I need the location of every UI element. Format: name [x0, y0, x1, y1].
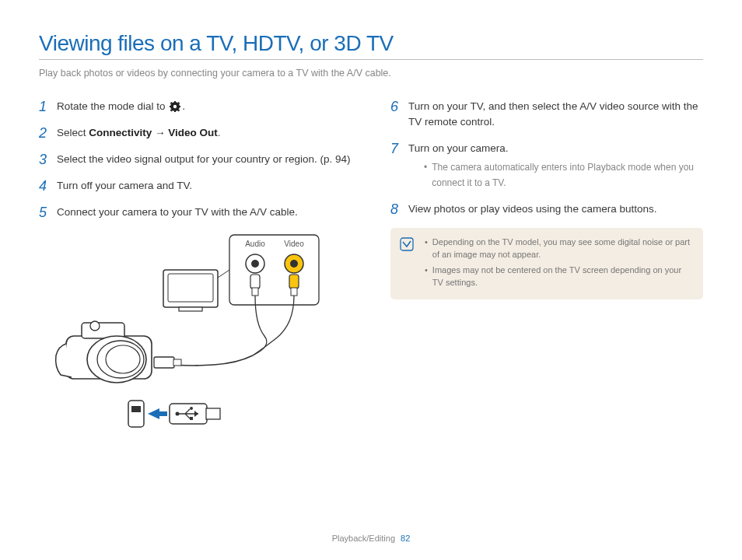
step-number: 8 [390, 201, 401, 217]
svg-point-36 [190, 407, 193, 410]
note-bullet: Images may not be centered on the TV scr… [425, 264, 692, 289]
svg-rect-15 [250, 275, 260, 289]
svg-rect-10 [229, 235, 319, 305]
step-1: 1 Rotate the mode dial to . [39, 99, 352, 114]
step-number: 7 [390, 141, 401, 191]
step-7: 7 Turn on your camera. The camera automa… [390, 141, 703, 191]
video-label: Video [284, 240, 304, 248]
step-2: 2 Select Connectivity → Video Out. [39, 125, 352, 141]
note-icon [400, 237, 414, 254]
svg-rect-31 [131, 406, 141, 412]
gear-icon [170, 101, 180, 112]
title-divider [39, 59, 703, 60]
svg-rect-21 [179, 307, 202, 311]
step-text: Rotate the mode dial to . [57, 99, 185, 114]
step-text: Turn off your camera and TV. [57, 178, 192, 194]
svg-point-1 [173, 105, 177, 108]
svg-point-14 [290, 260, 298, 268]
step-text: Connect your camera to your TV with the … [57, 205, 298, 220]
right-column: 6 Turn on your TV, and then select the A… [390, 99, 703, 433]
step-number: 6 [390, 99, 401, 130]
svg-marker-32 [148, 408, 167, 419]
page-number: 82 [401, 534, 410, 543]
step-text: Turn on your camera. The camera automati… [408, 141, 703, 191]
svg-rect-16 [252, 288, 258, 296]
svg-rect-29 [173, 359, 181, 366]
step-5: 5 Connect your camera to your TV with th… [39, 205, 352, 220]
svg-point-27 [106, 345, 140, 373]
camera-icon [56, 321, 152, 383]
step-4: 4 Turn off your camera and TV. [39, 178, 352, 194]
step-number: 3 [39, 152, 50, 167]
svg-rect-4 [170, 106, 172, 107]
step-text: View photos or play videos using the cam… [408, 201, 656, 217]
svg-rect-34 [206, 408, 220, 419]
step-number: 1 [39, 99, 50, 114]
page-title: Viewing files on a TV, HDTV, or 3D TV [39, 31, 703, 56]
svg-rect-18 [291, 288, 297, 296]
svg-rect-30 [128, 401, 144, 427]
svg-point-24 [90, 321, 100, 331]
step-8: 8 View photos or play videos using the c… [390, 201, 703, 217]
step-number: 2 [39, 125, 50, 141]
svg-rect-37 [190, 417, 193, 420]
step-text: Select Connectivity → Video Out. [57, 125, 221, 141]
step-number: 4 [39, 178, 50, 194]
left-column: 1 Rotate the mode dial to . 2 Select Con… [39, 99, 352, 433]
step-6: 6 Turn on your TV, and then select the A… [390, 99, 703, 130]
note-content: Depending on the TV model, you may see s… [425, 236, 692, 292]
two-column-layout: 1 Rotate the mode dial to . 2 Select Con… [39, 99, 703, 433]
svg-rect-3 [174, 110, 176, 113]
connection-diagram: Audio Video [39, 231, 334, 433]
step-3: 3 Select the video signal output for you… [39, 152, 352, 167]
step-text: Select the video signal output for your … [57, 152, 350, 167]
svg-rect-39 [401, 238, 413, 250]
page-footer: Playback/Editing 82 [0, 534, 742, 543]
subtitle: Play back photos or videos by connecting… [39, 68, 703, 79]
step-text: Turn on your TV, and then select the A/V… [408, 99, 703, 130]
svg-rect-28 [154, 357, 174, 368]
svg-rect-5 [179, 106, 181, 107]
note-box: Depending on the TV model, you may see s… [390, 228, 703, 299]
note-bullet: Depending on the TV model, you may see s… [425, 236, 692, 261]
step-number: 5 [39, 205, 50, 220]
usb-connector-icon [128, 401, 220, 427]
audio-label: Audio [245, 240, 265, 248]
svg-rect-20 [168, 274, 213, 302]
svg-point-12 [251, 260, 259, 268]
footer-section: Playback/Editing [332, 534, 395, 543]
svg-rect-2 [174, 101, 176, 103]
svg-rect-17 [289, 275, 299, 289]
step-sub-bullet: The camera automatically enters into Pla… [424, 159, 703, 191]
